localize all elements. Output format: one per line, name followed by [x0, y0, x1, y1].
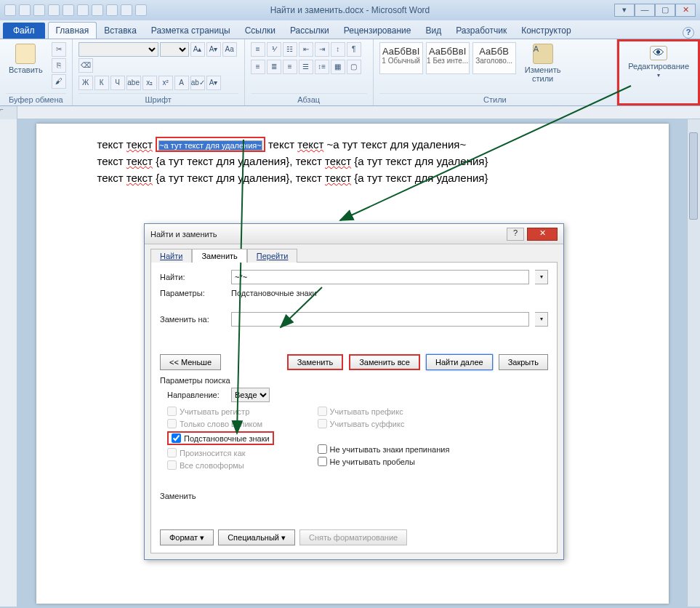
- replace-input[interactable]: [231, 312, 529, 327]
- numbering-icon[interactable]: ⅟: [267, 42, 281, 57]
- replace-all-button[interactable]: Заменить все: [349, 354, 420, 370]
- align-left-icon[interactable]: ≡: [251, 60, 265, 74]
- maximize-button[interactable]: ▢: [655, 4, 675, 17]
- change-case-icon[interactable]: Aa: [222, 42, 237, 57]
- change-styles-icon: A: [533, 44, 553, 64]
- increase-indent-icon[interactable]: ⇥: [315, 42, 329, 57]
- less-button[interactable]: << Меньше: [160, 354, 221, 370]
- decrease-indent-icon[interactable]: ⇤: [299, 42, 313, 57]
- qat-icon[interactable]: [121, 4, 132, 16]
- change-styles-button[interactable]: A Изменить стили: [522, 42, 564, 84]
- text-effects-button[interactable]: A: [174, 76, 189, 90]
- qat-icon[interactable]: [106, 4, 118, 16]
- qat-word-icon[interactable]: [4, 4, 16, 16]
- style-normal[interactable]: АаБбВвІ1 Обычный: [379, 42, 423, 74]
- superscript-button[interactable]: x²: [158, 76, 173, 90]
- find-next-button[interactable]: Найти далее: [426, 354, 493, 370]
- params-label: Параметры:: [160, 289, 225, 297]
- chk-case: Учитывать регистр: [167, 407, 274, 416]
- shading-icon[interactable]: ▦: [331, 60, 345, 74]
- bullets-icon[interactable]: ≡: [251, 42, 265, 57]
- tab-developer[interactable]: Разработчик: [448, 23, 514, 39]
- tab-view[interactable]: Вид: [418, 23, 448, 39]
- qat-dropdown-icon[interactable]: [135, 4, 147, 16]
- bold-button[interactable]: Ж: [79, 76, 93, 90]
- qat-icon[interactable]: [63, 4, 74, 16]
- dialog-close-button[interactable]: ✕: [527, 228, 558, 241]
- dialog-tab-find[interactable]: Найти: [150, 249, 192, 263]
- tab-design[interactable]: Конструктор: [514, 23, 578, 39]
- close-dialog-button[interactable]: Закрыть: [499, 354, 548, 370]
- borders-icon[interactable]: ▢: [347, 60, 361, 74]
- strike-button[interactable]: abe: [126, 76, 141, 90]
- file-tab[interactable]: Файл: [3, 23, 45, 39]
- italic-button[interactable]: К: [94, 76, 109, 90]
- qat-icon[interactable]: [92, 4, 103, 16]
- paste-button[interactable]: Вставить: [6, 42, 46, 76]
- replace-dropdown-icon[interactable]: ▾: [535, 312, 548, 327]
- doc-line-3[interactable]: текст текст {а тут текст для удаления}, …: [97, 170, 608, 187]
- align-right-icon[interactable]: ≡: [283, 60, 297, 74]
- copy-icon[interactable]: ⎘: [52, 58, 66, 73]
- dialog-tab-replace[interactable]: Заменить: [192, 249, 246, 263]
- tab-insert[interactable]: Вставка: [97, 23, 144, 39]
- help-icon[interactable]: ?: [683, 27, 694, 39]
- close-button[interactable]: ✕: [675, 4, 696, 17]
- find-label: Найти:: [160, 273, 225, 281]
- cut-icon[interactable]: ✂: [52, 42, 66, 57]
- direction-select[interactable]: Везде: [231, 388, 270, 402]
- tab-references[interactable]: Ссылки: [238, 23, 283, 39]
- style-heading[interactable]: АаБбВЗаголово...: [472, 42, 516, 74]
- font-color-button[interactable]: A▾: [206, 76, 221, 90]
- find-input[interactable]: [231, 270, 529, 284]
- chk-whole-word: Только слово целиком: [167, 419, 274, 428]
- special-button[interactable]: Специальный ▾: [218, 529, 295, 545]
- ribbon-toggle-button[interactable]: ▾: [614, 4, 635, 17]
- dialog-title: Найти и заменить: [150, 230, 507, 239]
- group-font: A▴ A▾ Aa ⌫ Ж К Ч abe x₂ x² A ab✓ A▾ Шриф…: [73, 39, 245, 105]
- no-format-button: Снять форматирование: [299, 529, 407, 545]
- qat-redo-icon[interactable]: [48, 4, 60, 16]
- sort-icon[interactable]: ↕: [331, 42, 345, 57]
- align-center-icon[interactable]: ≣: [267, 60, 281, 74]
- dialog-tab-goto[interactable]: Перейти: [247, 249, 298, 263]
- dialog-help-button[interactable]: ?: [507, 228, 524, 241]
- clear-format-icon[interactable]: ⌫: [79, 58, 93, 73]
- chk-ignore-spaces[interactable]: Не учитывать пробелы: [318, 457, 450, 466]
- scrollbar-thumb[interactable]: [689, 132, 698, 220]
- tab-mailings[interactable]: Рассылки: [283, 23, 337, 39]
- underline-button[interactable]: Ч: [110, 76, 125, 90]
- dialog-titlebar[interactable]: Найти и заменить ? ✕: [145, 224, 563, 244]
- highlight-button[interactable]: ab✓: [190, 76, 205, 90]
- group-label: Абзац: [251, 93, 367, 104]
- tab-layout[interactable]: Разметка страницы: [144, 23, 238, 39]
- style-nospacing[interactable]: АаБбВвІ1 Без инте...: [426, 42, 470, 74]
- show-marks-icon[interactable]: ¶: [347, 42, 361, 57]
- format-button[interactable]: Формат ▾: [160, 529, 214, 545]
- qat-icon[interactable]: [77, 4, 89, 16]
- tab-review[interactable]: Рецензирование: [337, 23, 419, 39]
- direction-label: Направление:: [167, 391, 225, 399]
- shrink-font-icon[interactable]: A▾: [206, 42, 221, 57]
- grow-font-icon[interactable]: A▴: [190, 42, 205, 57]
- subscript-button[interactable]: x₂: [142, 76, 157, 90]
- qat-save-icon[interactable]: [19, 4, 31, 16]
- replace-button[interactable]: Заменить: [287, 354, 343, 370]
- group-editing[interactable]: 👁 Редактирование ▾: [617, 39, 700, 105]
- tab-home[interactable]: Главная: [48, 22, 97, 39]
- justify-icon[interactable]: ☰: [299, 60, 313, 74]
- find-dropdown-icon[interactable]: ▾: [535, 270, 548, 284]
- chk-ignore-punct[interactable]: Не учитывать знаки препинания: [318, 444, 450, 454]
- font-family-select[interactable]: [79, 42, 158, 57]
- qat-undo-icon[interactable]: [33, 4, 45, 16]
- minimize-button[interactable]: —: [635, 4, 655, 17]
- doc-line-2[interactable]: текст текст {а тут текст для удаления}, …: [97, 153, 608, 170]
- vertical-ruler[interactable]: [0, 119, 17, 607]
- format-painter-icon[interactable]: 🖌: [52, 74, 66, 89]
- font-size-select[interactable]: [160, 42, 189, 57]
- multilevel-icon[interactable]: ☷: [283, 42, 297, 57]
- chk-wildcards[interactable]: Подстановочные знаки: [167, 431, 274, 445]
- vertical-scrollbar[interactable]: [687, 119, 700, 607]
- doc-line-1[interactable]: текст текст ~а тут текст для удаления~ т…: [97, 137, 608, 153]
- line-spacing-icon[interactable]: ↕≡: [315, 60, 329, 74]
